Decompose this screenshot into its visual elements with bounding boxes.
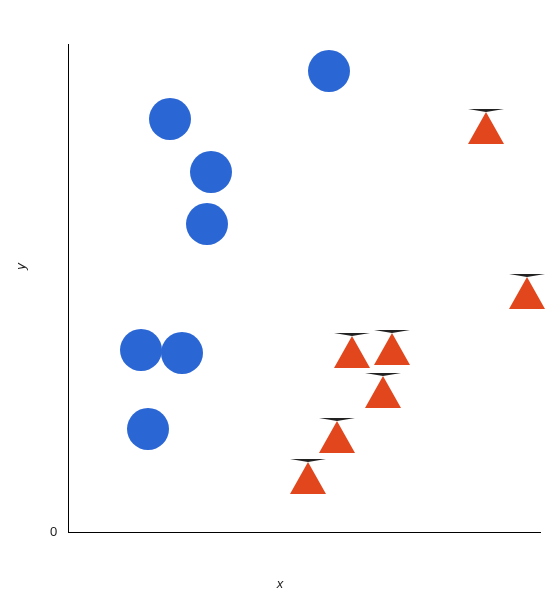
scatter-point-triangle <box>319 418 355 453</box>
chart-figure: 0 x y <box>0 0 560 599</box>
scatter-point-triangle <box>468 109 504 144</box>
scatter-point-triangle <box>374 330 410 365</box>
scatter-point-triangle <box>509 274 545 309</box>
plot-area <box>68 44 541 533</box>
axis-origin-label: 0 <box>50 524 57 539</box>
x-axis-label: x <box>0 576 560 591</box>
scatter-point-triangle <box>290 459 326 494</box>
scatter-point-circle <box>120 329 162 371</box>
scatter-point-triangle <box>334 333 370 368</box>
scatter-point-triangle <box>365 373 401 408</box>
scatter-point-circle <box>161 332 203 374</box>
y-axis-label: y <box>10 0 30 532</box>
scatter-point-circle <box>149 98 191 140</box>
scatter-point-circle <box>186 203 228 245</box>
scatter-point-circle <box>308 50 350 92</box>
scatter-point-circle <box>190 151 232 193</box>
scatter-point-circle <box>127 408 169 450</box>
